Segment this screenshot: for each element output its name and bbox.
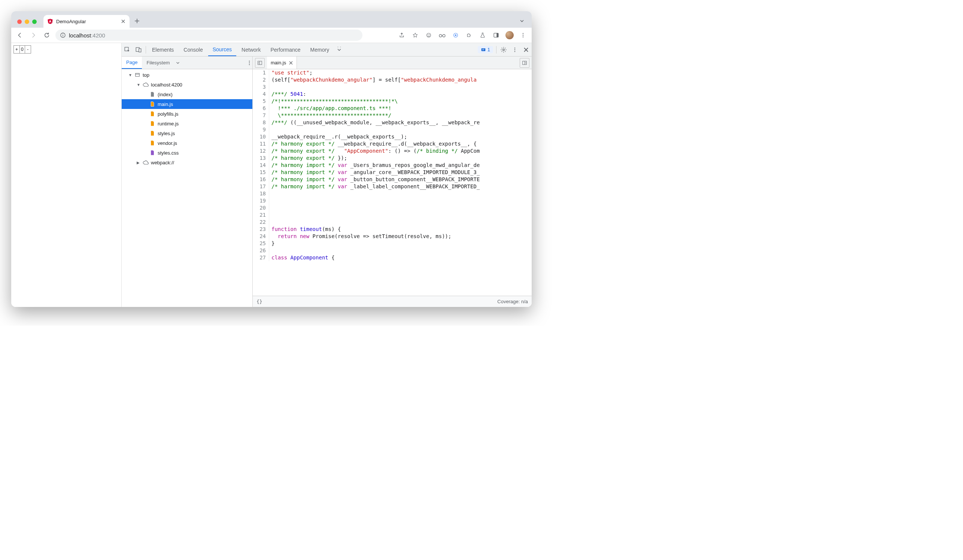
devtools-tab-console[interactable]: Console bbox=[179, 43, 207, 56]
device-toolbar-icon[interactable] bbox=[133, 44, 144, 55]
svg-point-26 bbox=[249, 62, 250, 63]
extension-icon-2[interactable] bbox=[437, 30, 447, 40]
bookmark-star-icon[interactable] bbox=[410, 30, 420, 40]
tree-file-main-js[interactable]: main.js bbox=[122, 99, 252, 109]
file-icon bbox=[143, 82, 149, 87]
svg-rect-28 bbox=[136, 73, 139, 76]
devtools-settings-icon[interactable] bbox=[498, 44, 509, 55]
close-tab-icon[interactable] bbox=[120, 19, 126, 24]
devtools-tab-memory[interactable]: Memory bbox=[306, 43, 334, 56]
extension-icon-3[interactable] bbox=[451, 30, 460, 40]
tab-search-button[interactable] bbox=[517, 16, 527, 26]
more-panels-icon[interactable] bbox=[334, 44, 345, 55]
forward-button[interactable] bbox=[28, 30, 38, 40]
devtools-tab-elements[interactable]: Elements bbox=[148, 43, 178, 56]
close-editor-tab-icon[interactable] bbox=[289, 61, 293, 65]
svg-point-11 bbox=[455, 34, 456, 36]
tree-file-vendor-js[interactable]: vendor.js bbox=[122, 138, 252, 148]
svg-point-21 bbox=[503, 49, 505, 50]
browser-tab[interactable]: DemoAngular bbox=[44, 15, 130, 28]
svg-point-15 bbox=[523, 35, 524, 36]
labs-beaker-icon[interactable] bbox=[478, 30, 488, 40]
code-view[interactable]: 1"use strict";2(self["webpackChunkdemo_a… bbox=[253, 69, 532, 296]
page-viewport: + 0 - bbox=[11, 43, 122, 307]
editor-tab-label: main.js bbox=[271, 60, 286, 65]
devtools-panel: ElementsConsoleSourcesNetworkPerformance… bbox=[122, 43, 532, 307]
tree-origin-localhost[interactable]: ▼localhost:4200 bbox=[122, 80, 252, 89]
svg-point-3 bbox=[63, 34, 63, 35]
navigator-tab-page[interactable]: Page bbox=[122, 57, 142, 69]
devtools-tab-sources[interactable]: Sources bbox=[208, 43, 236, 56]
url-omnibox[interactable]: localhost:4200 bbox=[55, 29, 362, 41]
svg-point-23 bbox=[514, 49, 515, 50]
devtools-tab-network[interactable]: Network bbox=[237, 43, 265, 56]
minimize-window-button[interactable] bbox=[25, 19, 29, 24]
more-navigator-tabs-icon[interactable] bbox=[175, 60, 180, 65]
devtools-tab-performance[interactable]: Performance bbox=[266, 43, 305, 56]
file-tree[interactable]: ▼top▼localhost:4200(index)main.jspolyfil… bbox=[122, 69, 252, 307]
chrome-menu-icon[interactable] bbox=[518, 30, 528, 40]
inspect-element-icon[interactable] bbox=[122, 44, 133, 55]
svg-point-22 bbox=[514, 47, 515, 48]
pretty-print-button[interactable]: {} bbox=[256, 299, 263, 304]
svg-point-8 bbox=[439, 34, 442, 37]
file-icon bbox=[149, 101, 156, 107]
file-icon bbox=[149, 130, 156, 136]
counter-decrement-button[interactable]: - bbox=[25, 46, 31, 53]
svg-point-5 bbox=[427, 33, 431, 37]
file-icon bbox=[135, 72, 140, 78]
file-icon bbox=[149, 91, 156, 97]
editor-tab-main-js[interactable]: main.js bbox=[267, 57, 297, 69]
svg-point-14 bbox=[523, 33, 524, 34]
navigator-menu-icon[interactable] bbox=[246, 60, 252, 66]
svg-point-27 bbox=[249, 64, 250, 65]
tab-title: DemoAngular bbox=[56, 19, 86, 24]
toggle-debugger-icon[interactable] bbox=[520, 58, 529, 68]
counter-value: 0 bbox=[20, 47, 25, 52]
tree-frame-top[interactable]: ▼top bbox=[122, 70, 252, 80]
maximize-window-button[interactable] bbox=[32, 19, 37, 24]
extension-icon-1[interactable] bbox=[424, 30, 434, 40]
profile-avatar[interactable] bbox=[505, 30, 514, 40]
site-info-icon[interactable] bbox=[60, 32, 66, 38]
tree-file-styles-css[interactable]: styles.css bbox=[122, 148, 252, 158]
tree-file-styles-js[interactable]: styles.js bbox=[122, 128, 252, 138]
close-window-button[interactable] bbox=[17, 19, 22, 24]
tree-file-runtime-js[interactable]: runtime.js bbox=[122, 119, 252, 128]
source-editor: main.js 1"use strict";2(self["webpackChu… bbox=[253, 57, 532, 307]
svg-point-24 bbox=[514, 51, 515, 52]
toggle-navigator-icon[interactable] bbox=[255, 58, 265, 68]
svg-point-9 bbox=[443, 34, 445, 37]
file-icon bbox=[143, 159, 149, 165]
angular-favicon-icon bbox=[47, 18, 53, 24]
svg-rect-13 bbox=[496, 33, 498, 37]
svg-rect-20 bbox=[481, 48, 486, 51]
file-icon bbox=[149, 111, 156, 117]
tree-origin-webpack[interactable]: ▶webpack:// bbox=[122, 158, 252, 167]
extensions-puzzle-icon[interactable] bbox=[464, 30, 474, 40]
editor-status-bar: {} Coverage: n/a bbox=[253, 296, 532, 307]
counter-increment-button[interactable]: + bbox=[14, 46, 20, 53]
devtools-close-icon[interactable] bbox=[520, 44, 532, 55]
url-text: localhost:4200 bbox=[69, 32, 105, 39]
window-controls bbox=[17, 19, 37, 24]
svg-rect-29 bbox=[258, 61, 262, 65]
tree-file-polyfills-js[interactable]: polyfills.js bbox=[122, 109, 252, 119]
svg-point-16 bbox=[523, 36, 524, 37]
navigator-tab-filesystem[interactable]: Filesystem bbox=[142, 57, 174, 69]
issues-badge[interactable]: 1 bbox=[478, 46, 493, 53]
new-tab-button[interactable] bbox=[132, 16, 142, 26]
coverage-status: Coverage: n/a bbox=[497, 299, 528, 304]
file-icon bbox=[149, 140, 156, 146]
tree-file--index-[interactable]: (index) bbox=[122, 89, 252, 99]
devtools-menu-icon[interactable] bbox=[509, 44, 520, 55]
side-panel-icon[interactable] bbox=[491, 30, 501, 40]
browser-chrome: DemoAngular bbox=[11, 11, 532, 43]
share-icon[interactable] bbox=[397, 30, 407, 40]
sources-navigator: PageFilesystem ▼top▼localhost:4200(index… bbox=[122, 57, 253, 307]
file-icon bbox=[149, 121, 156, 126]
svg-rect-4 bbox=[63, 35, 63, 36]
back-button[interactable] bbox=[15, 30, 25, 40]
reload-button[interactable] bbox=[42, 30, 52, 40]
svg-rect-30 bbox=[523, 61, 527, 65]
